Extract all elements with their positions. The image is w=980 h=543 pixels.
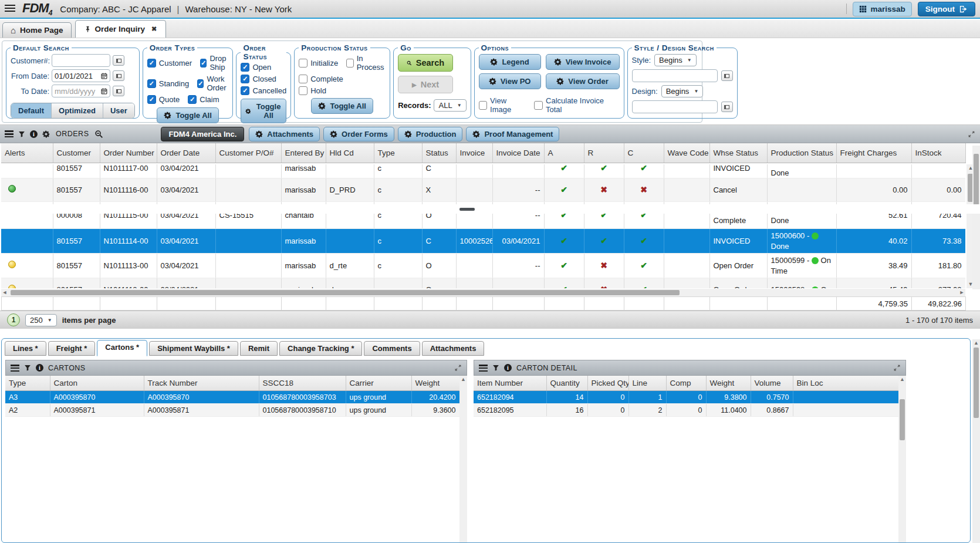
orders-horizontal-scrollbar[interactable]: ◄ ► <box>1 289 965 296</box>
tab-order-inquiry[interactable]: Order Inquiry ✖ <box>75 20 167 38</box>
scroll-right-icon[interactable]: ► <box>958 289 965 296</box>
orders-col-order-number[interactable]: Order Number <box>100 143 157 163</box>
orders-col-a[interactable]: A <box>544 143 584 163</box>
carton-row-A000395870[interactable]: A3A000395870A000395870010568780003958703… <box>5 391 459 404</box>
orders-col-c[interactable]: C <box>624 143 664 163</box>
orders-col-invoice[interactable]: Invoice <box>456 143 492 163</box>
order-types-toggle-all-button[interactable]: Toggle All <box>157 107 218 123</box>
mode-default-button[interactable]: Default <box>11 103 52 118</box>
zoom-out-icon[interactable] <box>94 130 103 139</box>
detail-tab-comments[interactable]: Comments <box>364 341 420 356</box>
page-scrollbar-upper[interactable] <box>972 146 980 289</box>
carton-col-weight[interactable]: Weight <box>411 376 459 391</box>
carton-detail-col-bin-loc[interactable]: Bin Loc <box>793 376 898 391</box>
carton-detail-col-weight[interactable]: Weight <box>706 376 751 391</box>
design-lookup-button[interactable] <box>721 102 733 112</box>
checkbox-open[interactable]: ✓Open <box>241 63 271 72</box>
carton-detail-row-652182094[interactable]: 652182094140109.38000.7570 <box>474 391 898 404</box>
checkbox-claim[interactable]: ✓Claim <box>188 95 219 104</box>
close-tab-icon[interactable]: ✖ <box>151 25 157 33</box>
carton-col-type[interactable]: Type <box>5 376 50 391</box>
from-date-input[interactable] <box>55 72 99 80</box>
checkbox-in-process[interactable]: In Process <box>346 54 386 72</box>
filter-icon[interactable] <box>492 364 499 372</box>
detail-tab-lines[interactable]: Lines * <box>5 341 46 356</box>
carton-detail-vertical-scrollbar[interactable]: ▲ <box>898 376 906 542</box>
scroll-up-icon[interactable]: ▲ <box>898 376 906 383</box>
design-match-select[interactable]: Begins▼ <box>661 85 704 97</box>
signout-button[interactable]: Signout <box>918 2 975 16</box>
orders-col-r[interactable]: R <box>584 143 624 163</box>
orders-col-alerts[interactable]: Alerts <box>1 143 53 163</box>
orders-col-freight-charges[interactable]: Freight Charges <box>836 143 911 163</box>
production-status-toggle-all-button[interactable]: Toggle All <box>311 98 373 114</box>
checkbox-standing[interactable]: ✓Standing <box>147 75 189 92</box>
checkbox-work-order[interactable]: ✓Work Order <box>197 75 228 92</box>
gear-icon[interactable] <box>42 130 50 138</box>
tab-home-page[interactable]: ⌂ Home Page <box>2 22 72 38</box>
checkbox-complete[interactable]: Complete <box>299 75 343 83</box>
orders-col-instock[interactable]: InStock <box>911 143 965 163</box>
carton-detail-col-quantity[interactable]: Quantity <box>546 376 587 391</box>
checkbox-calculate-invoice-total[interactable]: Calculate Invoice Total <box>534 96 619 114</box>
checkbox-drop-ship[interactable]: ✓Drop Ship <box>200 54 228 72</box>
carton-col-carrier[interactable]: Carrier <box>346 376 411 391</box>
design-input[interactable] <box>635 103 715 112</box>
orders-proof-management-button[interactable]: Proof Management <box>466 127 559 141</box>
detail-tab-change-tracking[interactable]: Change Tracking * <box>279 341 362 356</box>
checkbox-view-image[interactable]: View Image <box>479 96 529 114</box>
order-status-toggle-all-button[interactable]: Toggle All <box>241 99 286 123</box>
mode-optimized-button[interactable]: Optimized <box>52 103 103 118</box>
scrollbar-thumb[interactable] <box>974 348 979 418</box>
orders-col-entered-by[interactable]: Entered By <box>281 143 326 163</box>
checkbox-hold[interactable]: Hold <box>299 86 326 95</box>
style-input[interactable] <box>635 72 715 80</box>
expand-icon[interactable] <box>454 364 462 372</box>
customer-input[interactable] <box>55 56 107 65</box>
calendar-icon[interactable] <box>101 72 107 80</box>
orders-col-order-date[interactable]: Order Date <box>157 143 215 163</box>
mode-user-button[interactable]: User <box>103 103 134 118</box>
page-number-badge[interactable]: 1 <box>7 313 20 326</box>
user-menu-button[interactable]: marissab <box>853 2 911 16</box>
page-scrollbar-lower[interactable]: ▲ <box>972 339 980 543</box>
from-date-lookup-button[interactable] <box>113 70 124 81</box>
main-menu-icon[interactable] <box>5 5 15 13</box>
order-row-N1011112-00[interactable]: 801557N1011112-0003/04/2021marissabd_pro… <box>1 278 965 289</box>
company-scope-button[interactable]: FDM4 America Inc. <box>161 127 244 141</box>
order-row-N1011113-00[interactable]: 801557N1011113-0003/04/2021marissabd_rte… <box>1 254 965 278</box>
detail-tab-freight[interactable]: Freight * <box>48 341 96 356</box>
carton-detail-col-comp[interactable]: Comp <box>666 376 706 391</box>
legend-button[interactable]: Legend <box>479 54 541 70</box>
orders-col-status[interactable]: Status <box>422 143 456 163</box>
scroll-up-icon[interactable]: ▲ <box>972 339 980 347</box>
orders-col-customer-p-o[interactable]: Customer P/O# <box>215 143 281 163</box>
records-select[interactable]: ALL▼ <box>434 99 466 112</box>
checkbox-quote[interactable]: ✓Quote <box>147 95 180 104</box>
panel-splitter[interactable] <box>0 204 980 214</box>
orders-attachments-button[interactable]: Attachments <box>249 127 320 141</box>
expand-icon[interactable] <box>968 130 975 138</box>
search-button[interactable]: Search <box>398 54 453 72</box>
carton-col-track-number[interactable]: Track Number <box>144 376 259 391</box>
orders-col-customer[interactable]: Customer <box>53 143 100 163</box>
scrollbar-thumb[interactable] <box>900 399 905 440</box>
splitter-handle[interactable] <box>459 208 475 211</box>
style-match-select[interactable]: Begins▼ <box>654 54 697 66</box>
orders-order-forms-button[interactable]: Order Forms <box>323 127 394 141</box>
orders-col-hld-cd[interactable]: Hld Cd <box>326 143 374 163</box>
expand-icon[interactable] <box>893 364 901 372</box>
detail-tab-shipment-waybills[interactable]: Shipment Waybills * <box>149 341 238 356</box>
to-date-lookup-button[interactable] <box>113 86 124 96</box>
checkbox-customer[interactable]: ✓Customer <box>147 54 192 72</box>
carton-col-sscc18[interactable]: SSCC18 <box>259 376 346 391</box>
items-per-page-select[interactable]: 250▼ <box>25 314 57 326</box>
calendar-icon[interactable] <box>101 87 107 95</box>
scrollbar-thumb[interactable] <box>11 290 680 295</box>
carton-row-A000395871[interactable]: A2A000395871A000395871010568780003958710… <box>5 404 459 417</box>
orders-col-invoice-date[interactable]: Invoice Date <box>492 143 544 163</box>
grid-menu-icon[interactable] <box>5 130 13 137</box>
orders-production-button[interactable]: Production <box>398 127 463 141</box>
detail-tab-cartons[interactable]: Cartons * <box>97 340 147 356</box>
view-po-button[interactable]: View PO <box>479 73 541 89</box>
